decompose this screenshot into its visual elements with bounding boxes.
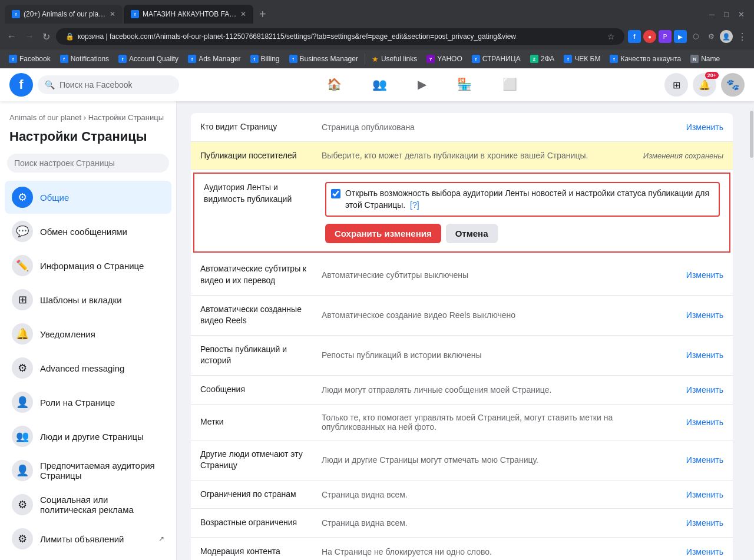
scrollbar-thumb[interactable]: [750, 111, 753, 158]
action-others-tag[interactable]: Изменить: [686, 455, 723, 465]
save-changes-button[interactable]: Сохранить изменения: [325, 224, 441, 243]
audience-checkbox-row: Открыть возможность выбора аудитории Лен…: [325, 182, 720, 217]
sidebar-item-people[interactable]: 👥 Люди и другие Страницы: [5, 420, 171, 453]
ext-icon-2[interactable]: ●: [643, 30, 656, 43]
action-moderation[interactable]: Изменить: [686, 547, 723, 556]
window-minimize[interactable]: ─: [705, 8, 719, 21]
ext-icon-4[interactable]: ▶: [674, 30, 687, 43]
action-messages[interactable]: Изменить: [686, 385, 723, 395]
cancel-button[interactable]: Отмена: [446, 224, 498, 243]
bookmark-kachestvo[interactable]: f Качество аккаунта: [606, 53, 685, 65]
tab-1-close[interactable]: ✕: [110, 10, 115, 18]
tab-1[interactable]: f (20+) Animals of our planet | Fac... ✕: [5, 5, 123, 24]
sidebar-search-input[interactable]: [7, 154, 169, 173]
bookmark-name[interactable]: N Name: [686, 53, 724, 65]
reload-button[interactable]: ↻: [40, 29, 52, 45]
tab-1-favicon: f: [12, 10, 20, 18]
new-tab-button[interactable]: +: [253, 8, 272, 20]
sidebar-item-branded-content[interactable]: ✏️ Брендированный контент: [5, 556, 171, 560]
breadcrumb-text: Animals of our planet › Настройки Страни…: [9, 113, 164, 122]
bookmark-billing[interactable]: f Billing: [246, 53, 284, 65]
action-age[interactable]: Изменить: [686, 518, 723, 528]
sidebar-item-page-roles-label: Роли на Странице: [40, 397, 115, 407]
value-messages: Люди могут отправлять личные сообщения м…: [322, 385, 677, 395]
settings-content: Кто видит Страницу Страница опубликована…: [177, 101, 754, 560]
star-button[interactable]: ☆: [607, 32, 615, 41]
menu-button[interactable]: ⋮: [735, 30, 749, 44]
audience-help-link[interactable]: [?]: [410, 200, 419, 210]
bookmark-facebook[interactable]: f Facebook: [5, 53, 55, 65]
value-tags: Только те, кто помогает управлять моей С…: [322, 413, 677, 432]
fb-sidebar: Animals of our planet › Настройки Страни…: [0, 101, 177, 560]
bookmark-chek-bm[interactable]: f ЧЕК БМ: [560, 53, 604, 65]
notification-badge: 20+: [705, 72, 719, 79]
ext-icon-3[interactable]: P: [659, 30, 672, 43]
action-auto-subtitles[interactable]: Изменить: [686, 270, 723, 280]
value-age: Страница видна всем.: [322, 518, 677, 528]
nav-video[interactable]: ▶: [404, 72, 441, 98]
ext-icon-5[interactable]: ⬡: [689, 30, 702, 43]
back-button[interactable]: ←: [5, 29, 19, 44]
notifications-button[interactable]: 🔔 20+: [693, 73, 716, 97]
advanced-messaging-icon: ⚙: [12, 357, 33, 379]
value-others-tag: Люди и другие Страницы могут отмечать мо…: [322, 455, 677, 465]
sidebar-item-page-roles[interactable]: 👤 Роли на Странице: [5, 386, 171, 419]
action-story-reposts[interactable]: Изменить: [686, 350, 723, 360]
fb-search-wrapper[interactable]: 🔍 Поиск на Facebook: [38, 75, 179, 94]
audience-checkbox[interactable]: [331, 189, 340, 198]
bookmark-stranitsa-label: СТРАНИЦА: [482, 55, 521, 63]
settings-row-visitor-posts: Публикации посетителей Выберите, кто мож…: [191, 142, 733, 171]
nav-home[interactable]: 🏠: [313, 72, 356, 98]
forward-button[interactable]: →: [22, 29, 37, 44]
bookmark-notifications[interactable]: f Notifications: [56, 53, 113, 65]
settings-row-others-tag: Другие люди отмечают эту Страницу Люди и…: [191, 440, 733, 481]
label-country: Ограничения по странам: [200, 489, 312, 501]
label-visitor-posts: Публикации посетителей: [200, 150, 312, 162]
sidebar-item-political-ads[interactable]: ⚙ Социальная или политическая реклама: [5, 488, 171, 521]
bookmark-chek-bm-label: ЧЕК БМ: [574, 55, 600, 63]
sidebar-item-general[interactable]: ⚙ Общие: [5, 181, 171, 214]
bookmark-useful-links[interactable]: ★ Useful links: [368, 53, 421, 65]
window-maximize[interactable]: □: [719, 8, 733, 21]
action-auto-reels[interactable]: Изменить: [686, 310, 723, 320]
bookmark-yahoo[interactable]: Y YAHOO: [422, 53, 466, 65]
action-tags[interactable]: Изменить: [686, 417, 723, 427]
sidebar-item-messaging[interactable]: 💬 Обмен сообщениями: [5, 215, 171, 248]
search-icon: 🔍: [45, 80, 55, 90]
nav-people[interactable]: 👥: [358, 72, 401, 98]
sidebar-search-wrapper[interactable]: [0, 151, 176, 180]
scrollbar-track[interactable]: [749, 101, 754, 560]
bookmark-stranitsa[interactable]: f СТРАНИЦА: [468, 53, 525, 65]
bookmark-ads-manager[interactable]: f Ads Manager: [184, 53, 244, 65]
audience-buttons: Сохранить изменения Отмена: [325, 224, 720, 243]
nav-pages[interactable]: ⬜: [488, 72, 531, 98]
tab-1-title: (20+) Animals of our planet | Fac...: [24, 10, 106, 18]
action-country[interactable]: Изменить: [686, 490, 723, 499]
fb-avatar[interactable]: 🐾: [721, 73, 745, 97]
sidebar-item-page-info[interactable]: ✏️ Информация о Странице: [5, 249, 171, 282]
sidebar-item-notifications[interactable]: 🔔 Уведомления: [5, 317, 171, 350]
window-close[interactable]: ✕: [733, 8, 749, 21]
sidebar-item-preferred-audience[interactable]: 👤 Предпочитаемая аудитория Страницы: [5, 454, 171, 487]
bookmark-business-manager-label: Business Manager: [300, 55, 358, 63]
nav-marketplace[interactable]: 🏪: [443, 72, 486, 98]
bookmark-business-manager[interactable]: f Business Manager: [285, 53, 362, 65]
political-ads-icon: ⚙: [12, 494, 33, 515]
tab-2-close[interactable]: ✕: [240, 10, 246, 18]
browser-controls: ← → ↻ 🔒 корзина | facebook.com/Animals-o…: [0, 24, 754, 49]
address-bar[interactable]: 🔒 корзина | facebook.com/Animals-of-our-…: [56, 28, 624, 45]
breadcrumb[interactable]: Animals of our planet › Настройки Страни…: [0, 108, 176, 127]
ext-icon-1[interactable]: f: [628, 30, 641, 43]
bookmark-2fa[interactable]: 2 2ФА: [526, 53, 559, 65]
tab-2[interactable]: f МАГАЗИН АККАУНТОВ FACEBO... ✕: [124, 5, 253, 24]
bookmark-account-quality[interactable]: f Account Quality: [114, 53, 183, 65]
sidebar-item-templates[interactable]: ⊞ Шаблоны и вкладки: [5, 283, 171, 316]
profile-button[interactable]: 👤: [720, 30, 733, 43]
apps-button[interactable]: ⊞: [664, 73, 688, 97]
sidebar-item-ad-limits[interactable]: ⚙ Лимиты объявлений ↗: [5, 522, 171, 555]
sidebar-item-advanced-messaging[interactable]: ⚙ Advanced messaging: [5, 352, 171, 385]
ext-icon-6[interactable]: ⚙: [705, 30, 717, 43]
fb-logo[interactable]: f: [9, 73, 33, 97]
action-who-sees[interactable]: Изменить: [686, 122, 723, 132]
tab-2-favicon: f: [131, 10, 139, 18]
